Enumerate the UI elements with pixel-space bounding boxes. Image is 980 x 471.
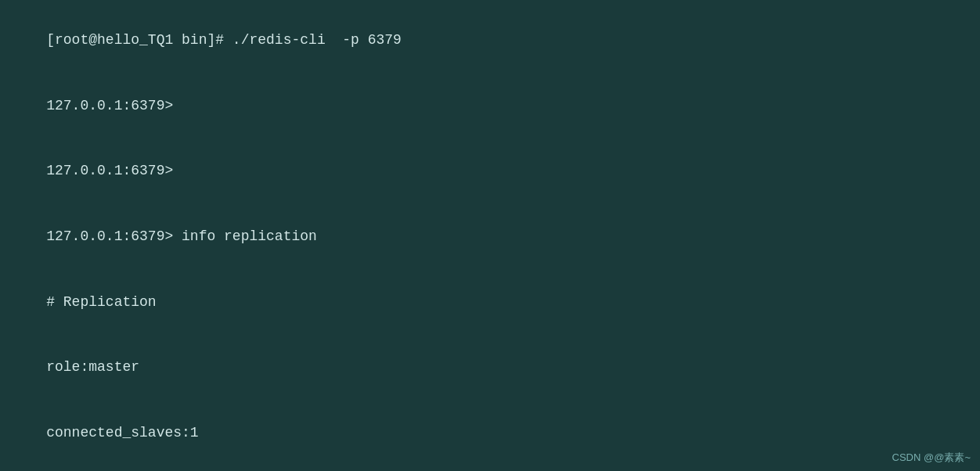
terminal-line-6: role:master: [13, 335, 967, 401]
terminal-line-4: 127.0.0.1:6379> info replication: [13, 204, 967, 270]
terminal-line-slave0: slave0:ip=15█ ██ ███ ███,port=6372,state…: [13, 466, 967, 471]
terminal-window: [root@hello_TQ1 bin]# ./redis-cli -p 637…: [0, 0, 980, 471]
terminal-line-3: 127.0.0.1:6379>: [13, 138, 967, 204]
terminal-line-1: [root@hello_TQ1 bin]# ./redis-cli -p 637…: [13, 8, 967, 74]
watermark: CSDN @@素素~: [892, 451, 971, 465]
terminal-line-5: # Replication: [13, 270, 967, 336]
terminal-line-7: connected_slaves:1: [13, 401, 967, 466]
terminal-line-2: 127.0.0.1:6379>: [13, 74, 967, 139]
